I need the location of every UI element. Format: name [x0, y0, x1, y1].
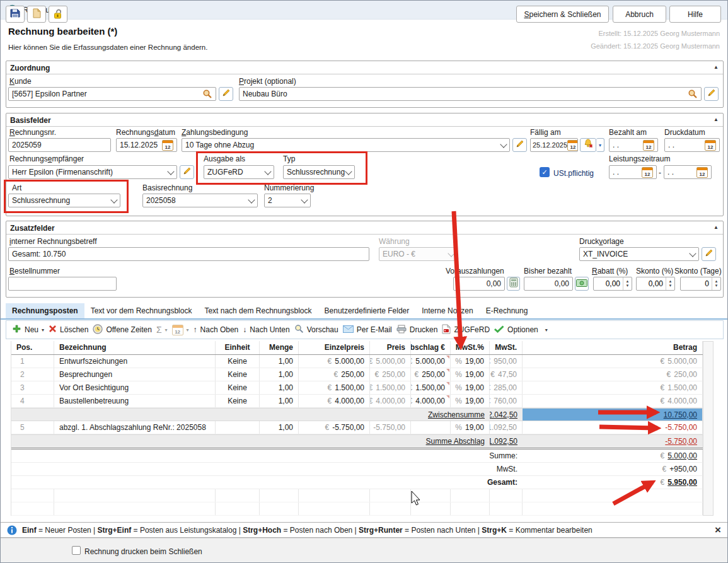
table-row[interactable]: 3 Vor Ort Besichtigung Keine 1,00 €1.500… [11, 381, 703, 395]
save-button[interactable] [6, 6, 25, 23]
spinner-arrows-icon[interactable]: ▲▼ [623, 277, 632, 290]
rechnungsdatum-input[interactable]: 15.12.2025 12 [116, 138, 177, 152]
tab-interne-notizen[interactable]: Interne Notizen [415, 303, 479, 318]
leistungszeitraum-von-input[interactable]: . . 12 [609, 165, 657, 179]
vorauszahlungen-input[interactable]: 0,00 [453, 277, 505, 291]
tab-rechnungsposten[interactable]: Rechnungsposten [6, 303, 84, 318]
vorschau-button[interactable]: Vorschau [294, 324, 338, 335]
zahlungsbedingung-select[interactable]: 10 Tage ohne Abzug [182, 138, 510, 152]
collapse-icon[interactable]: ▲ [714, 64, 719, 70]
col-header-einheit[interactable]: Einheit [216, 341, 260, 354]
druckvorlage-edit-button[interactable] [702, 247, 716, 261]
table-row[interactable]: 4 Baustellenbetreuung Keine 1,00 €4.000,… [11, 395, 703, 408]
table-row[interactable]: 2 Besprechungen Keine 1,00 €250,00 €250,… [11, 368, 703, 381]
table-row[interactable]: 1 Entwurfszeichungen Keine 1,00 €5.000,0… [11, 355, 703, 368]
infobar-close-icon[interactable]: × [715, 525, 721, 535]
calendar-icon[interactable]: 12 [567, 140, 578, 151]
offene-zeiten-button[interactable]: Offene Zeiten [93, 324, 152, 336]
collapse-icon[interactable]: ▲ [714, 224, 719, 230]
table-scrollbar[interactable] [703, 341, 714, 516]
calendar-icon[interactable]: 12 [643, 140, 654, 151]
druckdatum-input[interactable]: . . 12 [664, 138, 720, 152]
tab-text-vor-rechnungsblock[interactable]: Text vor dem Rechnungsblock [84, 303, 199, 318]
skonto-tage-stepper[interactable]: 0▲▼ [680, 277, 721, 291]
ust-checkbox[interactable]: ✓ [540, 167, 550, 177]
nach-unten-button[interactable]: ↓ Nach Unten [243, 325, 289, 334]
zwischensumme-label: Zwischensumme [428, 409, 485, 421]
optionen-button[interactable]: Optionen ▾ [494, 325, 548, 335]
calendar-icon[interactable]: 12 [162, 140, 173, 151]
search-icon[interactable] [202, 89, 212, 99]
tab-text-nach-rechnungsblock[interactable]: Text nach dem Rechnungsblock [198, 303, 318, 318]
search-icon[interactable] [688, 89, 698, 99]
col-header-mwst[interactable]: MwSt. [490, 341, 523, 354]
rabatt-stepper[interactable]: 0,00▲▼ [593, 277, 632, 291]
leistungszeitraum-bis-input[interactable]: . . 12 [664, 165, 712, 179]
col-header-einzelpreis[interactable]: Einzelpreis [299, 341, 370, 354]
tab-e-rechnung[interactable]: E-Rechnung [480, 303, 534, 318]
bezahlt-input[interactable]: . . 12 [609, 138, 658, 152]
vorauszahlungen-calc-button[interactable] [507, 277, 520, 291]
skonto-pct-stepper[interactable]: 0,00▲▼ [636, 277, 675, 291]
col-header-pos[interactable]: Pos. [11, 341, 54, 354]
basisrechnung-select[interactable]: 2025058 [142, 194, 258, 207]
projekt-edit-button[interactable] [704, 87, 719, 101]
nummerierung-select[interactable]: 2 [264, 194, 311, 207]
nach-oben-button[interactable]: ↑ Nach Oben [194, 325, 239, 334]
pencil-icon [183, 166, 192, 178]
help-button[interactable]: Hilfe [669, 6, 721, 23]
nummerierung-label: Nummerierung [264, 183, 314, 192]
shortcut-text: Einf = Neuer Posten | Strg+Einf = Posten… [22, 526, 592, 535]
empfaenger-edit-button[interactable] [180, 165, 194, 179]
table-row[interactable]: 5 abzgl. 1. Abschlagszahlung ReNr.: 2025… [11, 421, 703, 434]
sum-button[interactable]: Σ ▾ [156, 325, 168, 335]
collapse-icon[interactable]: ▲ [714, 117, 719, 122]
calendar-icon[interactable]: 12 [642, 167, 653, 178]
zahlungsbedingung-edit-button[interactable] [512, 138, 527, 152]
lock-button[interactable] [49, 6, 67, 23]
col-header-betrag[interactable]: Betrag [523, 341, 703, 354]
cancel-button[interactable]: Abbruch [613, 6, 666, 23]
bestellnummer-input[interactable] [8, 277, 117, 291]
kunde-edit-button[interactable] [219, 87, 233, 101]
col-header-bezeichnung[interactable]: Bezeichnung [54, 341, 216, 354]
pdf-file-icon [442, 324, 451, 336]
kunde-input[interactable]: [5657] Epsilon Partner [8, 87, 216, 101]
col-header-abschlag[interactable]: Abschlag € [411, 341, 451, 354]
mwst-row: MwSt. €+950,00 [11, 463, 703, 476]
pencil-icon [516, 139, 524, 151]
reminder-caret-button[interactable]: ▾ [596, 138, 604, 152]
date-button[interactable]: 12 ▾ [172, 325, 189, 335]
col-header-preis[interactable]: Preis [370, 341, 411, 354]
reminder-bell-button[interactable] [580, 138, 596, 152]
caret-down-icon[interactable]: ▾ [187, 327, 189, 333]
calendar-icon[interactable]: 12 [705, 140, 716, 151]
col-header-mwst-pct[interactable]: MwSt.% [451, 341, 490, 354]
col-header-menge[interactable]: Menge [260, 341, 299, 354]
projekt-input[interactable]: Neubau Büro [239, 87, 702, 101]
rechnungsnr-input[interactable]: 2025059 [8, 138, 111, 152]
tab-benutzerdefinierte-felder[interactable]: Benutzerdefinierte Felder [318, 303, 416, 318]
print-on-close-checkbox[interactable] [72, 546, 81, 555]
empfaenger-select[interactable]: Herr Epsilon (Firmenanschrift) [8, 165, 177, 179]
copy-document-button[interactable] [27, 6, 46, 23]
caret-down-icon[interactable]: ▾ [165, 327, 168, 333]
betreff-input[interactable]: Gesamt: 10.750 [8, 247, 369, 261]
calendar-icon[interactable]: 12 [696, 167, 708, 178]
zugferd-button[interactable]: ZUGFeRD [442, 324, 490, 336]
druckvorlage-select[interactable]: XT_INVOICE [579, 247, 699, 261]
bisher-bezahlt-input[interactable]: 0,00 [524, 277, 573, 291]
summe-row: Summe: €5.000,00 [11, 450, 703, 463]
neu-button[interactable]: Neu▾ [12, 324, 44, 335]
loeschen-button[interactable]: Löschen [49, 325, 88, 335]
caret-down-icon[interactable]: ▾ [42, 327, 44, 333]
per-email-button[interactable]: Per E-Mail [343, 325, 392, 335]
caret-down-icon[interactable]: ▾ [545, 327, 548, 333]
spinner-arrows-icon[interactable]: ▲▼ [712, 277, 720, 290]
drucken-button[interactable]: Drucken [396, 325, 438, 335]
spinner-arrows-icon[interactable]: ▲▼ [666, 277, 674, 290]
bisher-bezahlt-payment-button[interactable] [575, 277, 589, 291]
projekt-label: Projekt (optional) [239, 77, 296, 86]
save-and-close-button[interactable]: Speichern & Schließen [516, 6, 609, 23]
faellig-input[interactable]: 25.12.2025 12 [530, 138, 578, 152]
